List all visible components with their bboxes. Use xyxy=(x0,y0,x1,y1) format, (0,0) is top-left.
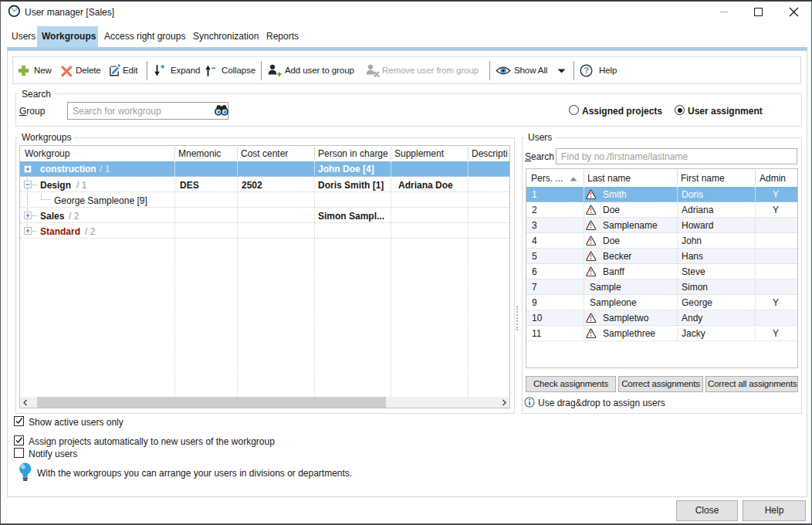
svg-text:?: ? xyxy=(584,66,589,75)
